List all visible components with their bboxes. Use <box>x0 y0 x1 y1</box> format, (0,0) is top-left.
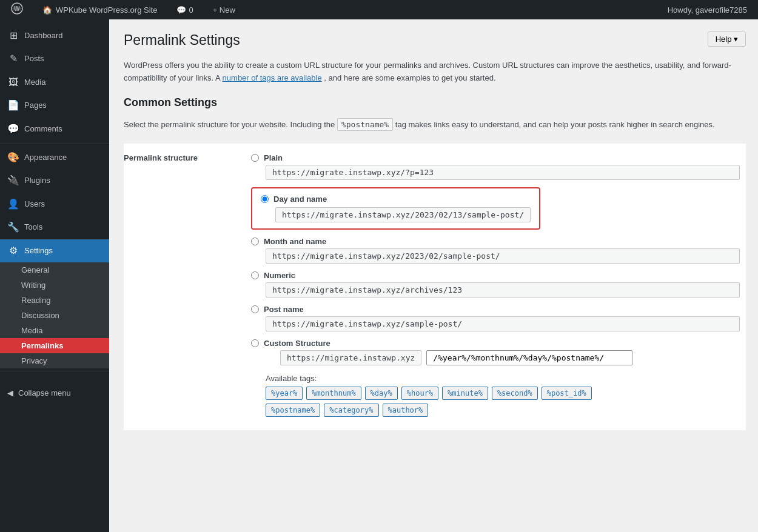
tag-day[interactable]: %day% <box>365 387 398 400</box>
submenu-item-privacy[interactable]: Privacy <box>0 353 109 368</box>
sidebar-item-label: Users <box>24 199 45 210</box>
sidebar-item-pages[interactable]: 📄 Pages <box>0 94 109 117</box>
tag-hour[interactable]: %hour% <box>401 387 438 400</box>
submenu-item-reading[interactable]: Reading <box>0 293 109 308</box>
sidebar-item-plugins[interactable]: 🔌 Plugins <box>0 169 109 192</box>
sidebar-item-label: Media <box>24 77 45 88</box>
settings-icon: ⚙ <box>7 244 19 258</box>
comments-button[interactable]: 💬 0 <box>172 0 198 19</box>
permalink-structure-label: Permalink structure <box>124 153 198 162</box>
option-numeric: Numeric https://migrate.instawp.xyz/arch… <box>251 271 740 298</box>
svg-text:W: W <box>14 5 20 12</box>
option-day-name-text: Day and name <box>273 195 327 204</box>
radio-day-name[interactable] <box>261 195 269 203</box>
tag-post-id[interactable]: %post_id% <box>542 387 592 400</box>
custom-structure-inputs: https://migrate.instawp.xyz <box>266 350 740 365</box>
wp-logo-icon: W <box>11 2 23 18</box>
media-icon: 🖼 <box>7 76 19 89</box>
option-numeric-text: Numeric <box>264 271 295 280</box>
tag-category[interactable]: %category% <box>324 404 378 417</box>
posts-icon: ✎ <box>7 52 19 65</box>
custom-structure-input[interactable] <box>426 350 632 365</box>
day-name-highlight-box: Day and name https://migrate.instawp.xyz… <box>251 187 540 230</box>
sidebar-item-settings[interactable]: ⚙ Settings <box>0 239 109 262</box>
numeric-url: https://migrate.instawp.xyz/archives/123 <box>266 282 740 298</box>
radio-month-name[interactable] <box>251 238 259 245</box>
collapse-icon: ◀ <box>7 388 13 397</box>
sidebar-item-tools[interactable]: 🔧 Tools <box>0 216 109 239</box>
option-plain: Plain https://migrate.instawp.xyz/?p=123 <box>251 153 740 180</box>
help-button[interactable]: Help ▾ <box>708 32 746 47</box>
tag-year[interactable]: %year% <box>266 387 303 400</box>
intro-text: WordPress offers you the ability to crea… <box>124 59 746 85</box>
radio-numeric[interactable] <box>251 271 259 279</box>
option-post-name-text: Post name <box>264 305 304 314</box>
sidebar-item-label: Tools <box>24 222 42 233</box>
sidebar-item-label: Posts <box>24 53 44 64</box>
site-name-label: WPKube WordPress.org Site <box>56 5 157 15</box>
page-title: Permalink Settings <box>124 32 746 50</box>
submenu-item-writing[interactable]: Writing <box>0 278 109 293</box>
appearance-icon: 🎨 <box>7 151 19 164</box>
site-name-button[interactable]: 🏠 WPKube WordPress.org Site <box>38 0 162 19</box>
submenu-item-permalinks[interactable]: Permalinks <box>0 338 109 353</box>
permalink-options-cell: Plain https://migrate.instawp.xyz/?p=123 <box>245 144 746 430</box>
help-label: Help ▾ <box>716 35 738 44</box>
submenu-item-general[interactable]: General <box>0 262 109 278</box>
option-month-name: Month and name https://migrate.instawp.x… <box>251 237 740 264</box>
sidebar-item-media[interactable]: 🖼 Media <box>0 71 109 94</box>
option-custom-text: Custom Structure <box>264 339 330 348</box>
sidebar-item-appearance[interactable]: 🎨 Appearance <box>0 146 109 169</box>
radio-post-name[interactable] <box>251 305 259 313</box>
permalink-options: Plain https://migrate.instawp.xyz/?p=123 <box>251 153 740 421</box>
tag-minute[interactable]: %minute% <box>442 387 488 400</box>
plugins-icon: 🔌 <box>7 174 19 187</box>
sidebar-item-label: Pages <box>24 100 47 111</box>
common-settings-title: Common Settings <box>124 96 746 109</box>
howdy-label: Howdy, gaverofile7285 <box>668 5 747 15</box>
month-name-url: https://migrate.instawp.xyz/2023/02/samp… <box>266 248 740 264</box>
option-custom: Custom Structure https://migrate.instawp… <box>251 339 740 421</box>
pages-icon: 📄 <box>7 99 19 112</box>
collapse-menu-button[interactable]: ◀ Collapse menu <box>0 384 109 402</box>
option-custom-label[interactable]: Custom Structure <box>251 339 740 348</box>
tools-icon: 🔧 <box>7 221 19 234</box>
comments-icon: 💬 <box>7 122 19 136</box>
sidebar-item-comments[interactable]: 💬 Comments <box>0 118 109 141</box>
wp-logo-button[interactable]: W <box>6 0 28 19</box>
tag-second[interactable]: %second% <box>492 387 538 400</box>
settings-submenu: General Writing Reading Discussion Media… <box>0 262 109 368</box>
option-numeric-label[interactable]: Numeric <box>251 271 740 280</box>
desc-end: tag makes links easy to understand, and … <box>395 120 715 129</box>
sidebar-item-label: Comments <box>24 124 62 135</box>
option-post-name-label[interactable]: Post name <box>251 305 740 314</box>
dashboard-icon: ⊞ <box>7 29 19 42</box>
available-tags-label: Available tags: <box>266 374 740 383</box>
tags-row-1: %year% %monthnum% %day% %hour% %minute% … <box>266 387 740 400</box>
option-day-name-label[interactable]: Day and name <box>261 195 531 204</box>
custom-base-url: https://migrate.instawp.xyz <box>280 350 421 365</box>
submenu-item-media[interactable]: Media <box>0 323 109 338</box>
sidebar-item-label: Settings <box>24 245 53 256</box>
submenu-item-discussion[interactable]: Discussion <box>0 308 109 323</box>
users-icon: 👤 <box>7 198 19 211</box>
new-content-button[interactable]: + New <box>208 0 240 19</box>
option-plain-label[interactable]: Plain <box>251 153 740 162</box>
user-menu[interactable]: Howdy, gaverofile7285 <box>663 0 752 19</box>
tags-link[interactable]: number of tags are available <box>223 73 322 82</box>
sidebar-item-dashboard[interactable]: ⊞ Dashboard <box>0 24 109 47</box>
tag-author[interactable]: %author% <box>383 404 429 417</box>
admin-menu: ⊞ Dashboard ✎ Posts 🖼 Media 📄 Pages 💬 Co… <box>0 19 109 532</box>
permalink-description: Select the permalink structure for your … <box>124 119 746 131</box>
collapse-label: Collapse menu <box>18 388 71 397</box>
tag-postname[interactable]: %postname% <box>266 404 320 417</box>
sidebar-item-users[interactable]: 👤 Users <box>0 193 109 216</box>
radio-custom[interactable] <box>251 339 259 347</box>
post-name-url: https://migrate.instawp.xyz/sample-post/ <box>266 316 740 331</box>
tags-row-2: %postname% %category% %author% <box>266 404 740 417</box>
option-month-name-label[interactable]: Month and name <box>251 237 740 246</box>
tag-monthnum[interactable]: %monthnum% <box>306 387 361 400</box>
sidebar-item-posts[interactable]: ✎ Posts <box>0 47 109 70</box>
radio-plain[interactable] <box>251 154 259 162</box>
option-day-name-wrapper: Day and name https://migrate.instawp.xyz… <box>251 187 740 230</box>
